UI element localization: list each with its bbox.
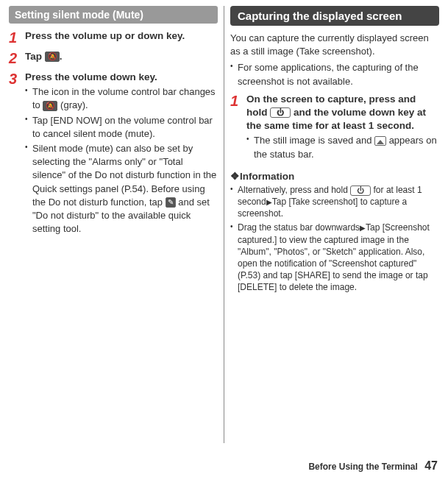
bell-off-icon: 🔕 [45,52,60,62]
r-step-num-1: 1 [230,93,246,163]
triangle-icon-2: ▶ [360,224,366,232]
left-column: Setting silent mode (Mute) 1 Press the v… [0,0,224,449]
information-heading: ❖Information [230,170,439,182]
r-step-1-body: On the screen to capture, press and hold… [246,93,439,163]
power-key-icon [270,107,291,118]
step-3-bullets: The icon in the volume control bar chang… [25,85,218,236]
subheading-mute: Setting silent mode (Mute) [9,6,218,24]
triangle-icon: ▶ [266,198,272,206]
step-2: 2 Tap 🔕. [9,50,218,66]
power-key-icon-2 [350,186,371,196]
step-2-title-a: Tap [25,51,45,62]
step-3-b3: Silent mode (mute) can also be set by se… [25,142,218,236]
step-2-body: Tap 🔕. [25,50,218,66]
bell-off-gray-icon: 🔕 [43,101,57,111]
step-2-title: Tap 🔕. [25,50,218,63]
step-3: 3 Press the volume down key. The icon in… [9,71,218,237]
info-2a: Drag the status bar downwards [238,222,360,233]
image-icon [374,136,386,146]
page-columns: Setting silent mode (Mute) 1 Press the v… [0,0,448,449]
step-num-3: 3 [9,71,25,237]
right-column: Capturing the displayed screen You can c… [224,0,448,449]
step-3-b2: Tap [END NOW] on the volume control bar … [25,114,218,141]
intro-bullets: For some applications, the capturing of … [230,61,439,88]
info-2: Drag the status bar downwards▶Tap [Scree… [230,222,439,293]
r-step-1-b1a: The still image is saved and [254,135,374,146]
page-footer: Before Using the Terminal 47 [308,459,438,473]
r-step-1-title: On the screen to capture, press and hold… [246,93,439,133]
r-step-1: 1 On the screen to capture, press and ho… [230,93,439,163]
step-3-title: Press the volume down key. [25,71,218,84]
info-1: Alternatively, press and hold for at lea… [230,184,439,220]
step-1-title: Press the volume up or down key. [25,29,218,43]
step-num-2: 2 [9,50,25,66]
step-3-b1: The icon in the volume control bar chang… [25,85,218,112]
info-1a: Alternatively, press and hold [238,185,350,195]
r-step-1-b1: The still image is saved and appears on … [246,134,439,160]
footer-page: 47 [424,459,438,472]
r-step-1-bullets: The still image is saved and appears on … [246,134,439,160]
intro-2: For some applications, the capturing of … [230,61,439,88]
heading-capture: Capturing the displayed screen [230,6,439,26]
step-num-1: 1 [9,29,25,46]
step-1: 1 Press the volume up or down key. [9,29,218,46]
step-3-b1b: (gray). [57,99,88,110]
footer-section: Before Using the Terminal [308,462,417,472]
intro-1: You can capture the currently displayed … [230,32,439,58]
pencil-icon [166,197,176,208]
information-list: Alternatively, press and hold for at lea… [230,184,439,294]
step-2-title-b: . [60,51,63,62]
info-2b: Tap [Screenshot captured.] to view the c… [238,222,430,292]
step-3-body: Press the volume down key. The icon in t… [25,71,218,237]
step-1-body: Press the volume up or down key. [25,29,218,46]
